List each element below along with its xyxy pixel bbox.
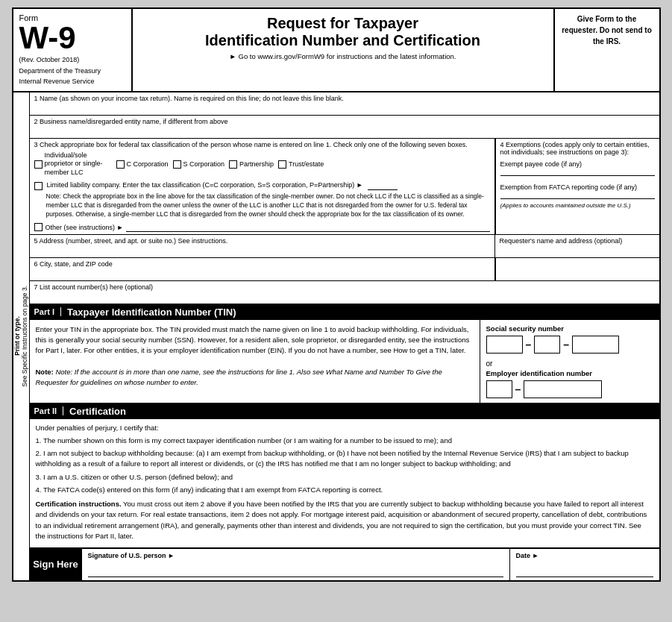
llc-note-text: Note: Check the appropriate box in the l…: [46, 192, 490, 219]
ein-digit-2[interactable]: [500, 383, 509, 396]
line7-row: 7 List account number(s) here (optional): [30, 281, 659, 304]
signature-label: Signature of U.S. person ►: [88, 552, 503, 559]
ein-digit-9[interactable]: [589, 383, 599, 396]
other-row: Other (see instructions) ►: [34, 223, 490, 232]
cert-item-3: 3. I am a U.S. citizen or other U.S. per…: [36, 472, 653, 483]
part1-title: Taxpayer Identification Number (TIN): [67, 307, 236, 318]
ein-digit-5[interactable]: [547, 383, 557, 396]
part2-title: Certification: [69, 406, 126, 417]
tin-body-text: Enter your TIN in the appropriate box. T…: [36, 324, 474, 356]
line1-input[interactable]: [34, 104, 655, 113]
line6-label: 6 City, state, and ZIP code: [34, 260, 490, 268]
line3-left-block: 3 Check appropriate box for federal tax …: [30, 139, 495, 234]
cert-item-2: 2. I am not subject to backup withholdin…: [36, 448, 653, 470]
ssn-digit-4[interactable]: [537, 338, 547, 351]
line7-label: 7 List account number(s) here (optional): [34, 283, 655, 291]
part2-label: Part II: [34, 406, 64, 415]
form-instruction-link: ► Go to www.irs.gov/FormW9 for instructi…: [140, 52, 546, 60]
line2-input[interactable]: [34, 127, 655, 136]
ein-digit-8[interactable]: [579, 383, 588, 396]
partnership-label: Partnership: [239, 160, 274, 168]
form-dept: Department of the Treasury: [19, 66, 125, 76]
ssn-digit-2[interactable]: [500, 338, 509, 351]
exemptions-label: 4 Exemptions (codes apply only to certai…: [500, 141, 655, 156]
line6-label-block: 6 City, state, and ZIP code: [30, 258, 495, 280]
ssn-digit-8[interactable]: [596, 338, 606, 351]
exempt-payee-label: Exempt payee code (if any): [500, 160, 655, 168]
tin-boxes: Social security number – –: [480, 320, 659, 403]
requester-label: Requester's name and address (optional): [500, 237, 655, 245]
s-corporation-checkbox[interactable]: [173, 160, 181, 169]
other-checkbox[interactable]: [34, 223, 43, 231]
other-input[interactable]: [126, 223, 489, 232]
ssn-digit-7[interactable]: [585, 338, 595, 351]
s-corporation-label: S Corporation: [183, 160, 225, 168]
other-label: Other (see instructions) ►: [45, 224, 124, 231]
ein-digit-4[interactable]: [537, 383, 547, 396]
trust-estate-checkbox[interactable]: [278, 160, 286, 169]
line2-label: 2 Business name/disregarded entity name,…: [34, 118, 655, 125]
llc-row: Limited liability company. Enter the tax…: [34, 181, 490, 219]
form-header: Form W-9 (Rev. October 2018) Department …: [13, 9, 659, 92]
line1-label: 1 Name (as shown on your income tax retu…: [34, 95, 655, 102]
line5-label: 5 Address (number, street, and apt. or s…: [34, 237, 490, 245]
under-penalties-text: Under penalties of perjury, I certify th…: [36, 423, 653, 433]
sign-here-text: Sign Here: [33, 559, 78, 571]
ein-dash: –: [515, 383, 521, 395]
ssn-digit-5[interactable]: [547, 338, 557, 351]
individual-label: Individual/sole proprietor or single-mem…: [45, 151, 112, 178]
ssn-digit-1[interactable]: [489, 338, 499, 351]
form-rev-date: (Rev. October 2018): [19, 55, 125, 65]
checkboxes-row: Individual/sole proprietor or single-mem…: [34, 151, 490, 178]
ein-digit-6[interactable]: [558, 383, 568, 396]
ssn-part2: [534, 336, 560, 354]
date-label: Date ►: [516, 552, 653, 559]
cert-instructions-text: You must cross out item 2 above if you h…: [36, 500, 647, 540]
line6-input[interactable]: [34, 269, 490, 278]
ssn-digit-3[interactable]: [510, 338, 520, 351]
line5-label-block: 5 Address (number, street, and apt. or s…: [30, 235, 495, 257]
line4-block: 4 Exemptions (codes apply only to certai…: [495, 139, 659, 234]
tin-section: Enter your TIN in the appropriate box. T…: [30, 320, 659, 403]
line5-input[interactable]: [34, 246, 490, 255]
requester-input[interactable]: [500, 246, 655, 255]
line5-row: 5 Address (number, street, and apt. or s…: [30, 235, 659, 258]
cert-item-4: 4. The FATCA code(s) entered on this for…: [36, 485, 653, 495]
side-label-text: Print or type. See Specific Instructions…: [12, 283, 30, 390]
fatca-label: Exemption from FATCA reporting code (if …: [500, 183, 655, 191]
ssn-dash-1: –: [526, 339, 532, 351]
form-main-body: Print or type. See Specific Instructions…: [13, 92, 659, 580]
ein-digit-3[interactable]: [527, 383, 536, 396]
fatca-note: (Applies to accounts maintained outside …: [500, 202, 655, 209]
see-instructions-label: See Specific Instructions on page 3.: [21, 286, 28, 387]
form-number: W-9: [19, 22, 125, 54]
c-corporation-label: C Corporation: [127, 160, 169, 168]
c-corporation-checkbox[interactable]: [116, 160, 125, 169]
signature-line[interactable]: [88, 561, 503, 577]
requester-address-block: Requester's name and address (optional): [495, 235, 659, 257]
form-title-block: Request for Taxpayer Identification Numb…: [133, 9, 555, 91]
line7-input[interactable]: [34, 292, 655, 301]
w9-form: Form W-9 (Rev. October 2018) Department …: [12, 7, 661, 582]
llc-label: Limited liability company. Enter the tax…: [47, 181, 363, 189]
requester-address-input2[interactable]: [500, 269, 655, 278]
tin-note-content: Note: If the account is in more than one…: [36, 368, 442, 386]
date-line[interactable]: [516, 561, 653, 577]
partnership-checkbox[interactable]: [229, 160, 237, 169]
ssn-digit-6[interactable]: [575, 338, 585, 351]
part1-label: Part I: [34, 307, 62, 316]
tin-note-text: Note: Note: If the account is in more th…: [36, 367, 474, 389]
llc-checkbox[interactable]: [34, 182, 43, 190]
individual-checkbox[interactable]: [34, 160, 43, 169]
ssn-boxes: – –: [486, 336, 653, 354]
ein-part2: [524, 380, 602, 398]
requester-address-continued: [495, 258, 659, 280]
part1-header: Part I Taxpayer Identification Number (T…: [30, 304, 659, 320]
fatca-line: [500, 198, 655, 199]
ssn-part3: [572, 336, 619, 354]
llc-classification-input[interactable]: [368, 181, 398, 190]
ein-digit-7[interactable]: [568, 383, 578, 396]
ssn-digit-9[interactable]: [606, 338, 616, 351]
ein-part1: [486, 380, 512, 398]
ein-digit-1[interactable]: [489, 383, 499, 396]
